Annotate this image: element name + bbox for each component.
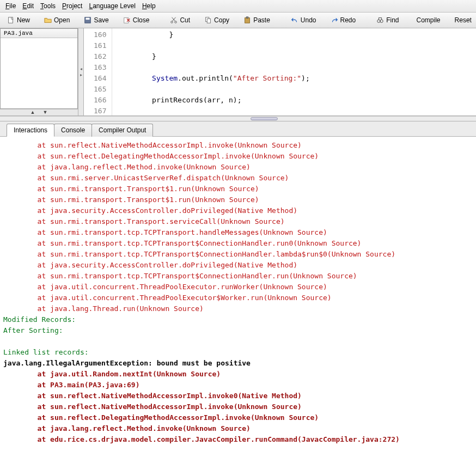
console-line: Linked list records: (3, 347, 473, 358)
copy-button[interactable]: Copy (200, 14, 233, 26)
undo-button[interactable]: Undo (287, 14, 320, 26)
copy-label: Copy (214, 16, 229, 24)
line-number: 166 (94, 95, 106, 106)
splitter-right-icon: ▸ (80, 72, 82, 77)
triangle-down-icon[interactable]: ▼ (43, 109, 48, 115)
bottom-panel: Interactions Console Compiler Output at … (0, 121, 476, 451)
menu-bar: File Edit Tools Project Language Level H… (0, 0, 476, 13)
console-line: at java.lang.reflect.Method.invoke(Unkno… (3, 162, 473, 173)
console-line: at sun.reflect.DelegatingMethodAccessorI… (3, 151, 473, 162)
save-label: Save (94, 16, 108, 24)
code-line[interactable] (118, 40, 309, 51)
svg-point-4 (171, 21, 173, 23)
menu-language-level[interactable]: Language Level (86, 1, 138, 11)
menu-edit[interactable]: Edit (19, 1, 37, 11)
cut-button[interactable]: Cut (166, 14, 194, 26)
close-button[interactable]: Close (119, 14, 154, 26)
console-line: at sun.rmi.server.UnicastServerRef.dispa… (3, 173, 473, 184)
binoculars-icon (376, 16, 384, 24)
console-line: Modified Records: (3, 314, 473, 325)
console-line: at sun.reflect.DelegatingMethodAccessorI… (3, 412, 473, 423)
find-button[interactable]: Find (373, 14, 402, 26)
code-line[interactable] (118, 106, 309, 115)
code-line[interactable] (118, 62, 309, 73)
svg-rect-7 (207, 19, 210, 23)
menu-tools[interactable]: Tools (37, 1, 59, 11)
save-disk-icon (84, 16, 91, 24)
console-line: at java.util.Random.nextInt(Unknown Sour… (3, 369, 473, 380)
scissors-icon (170, 16, 178, 24)
compile-button[interactable]: Compile (413, 14, 444, 26)
scroll-thumb[interactable] (251, 117, 278, 120)
console-line: at java.util.concurrent.ThreadPoolExecut… (3, 292, 473, 303)
interactions-output[interactable]: at sun.reflect.NativeMethodAccessorImpl.… (0, 137, 476, 451)
close-x-icon (123, 16, 131, 24)
code-editor[interactable]: 160161162163164165166167 } } System.out.… (84, 28, 476, 115)
svg-rect-9 (246, 17, 248, 19)
svg-point-5 (175, 21, 177, 23)
file-panel: PA3.java ▲ ▼ (0, 28, 78, 115)
open-label: Open (54, 16, 70, 24)
new-label: New (17, 16, 30, 24)
editor-area: PA3.java ▲ ▼ ◂ ▸ 16016116216316416516616… (0, 28, 476, 116)
find-label: Find (386, 16, 399, 24)
svg-point-11 (380, 20, 383, 22)
code-body[interactable]: } } System.out.println("After Sorting:")… (112, 28, 315, 115)
code-line[interactable]: } (118, 29, 309, 40)
paste-label: Paste (253, 16, 270, 24)
code-line[interactable]: System.out.println("After Sorting:"); (118, 73, 309, 84)
svg-rect-8 (245, 18, 250, 23)
console-line: at sun.rmi.transport.Transport$1.run(Unk… (3, 184, 473, 194)
tab-interactions[interactable]: Interactions (7, 124, 54, 137)
triangle-up-icon[interactable]: ▲ (30, 109, 35, 115)
reset-label: Reset (455, 16, 472, 24)
undo-icon (291, 16, 298, 24)
tab-compiler-output[interactable]: Compiler Output (91, 124, 153, 137)
code-line[interactable] (118, 84, 309, 95)
console-line: at sun.reflect.NativeMethodAccessorImpl.… (3, 401, 473, 412)
redo-label: Redo (340, 16, 356, 24)
save-button[interactable]: Save (80, 14, 112, 26)
line-gutter: 160161162163164165166167 (84, 28, 112, 115)
paste-icon (243, 16, 251, 24)
console-line: at sun.reflect.NativeMethodAccessorImpl.… (3, 140, 473, 151)
line-number: 164 (94, 73, 106, 84)
file-panel-footer: ▲ ▼ (0, 109, 78, 115)
open-button[interactable]: Open (40, 14, 74, 26)
svg-rect-0 (9, 17, 13, 23)
console-line: at sun.rmi.transport.tcp.TCPTransport.ha… (3, 227, 473, 238)
line-number: 160 (94, 29, 106, 40)
compile-label: Compile (417, 16, 441, 24)
vertical-splitter[interactable]: ◂ ▸ (78, 28, 84, 115)
console-line: at sun.rmi.transport.Transport$1.run(Unk… (3, 194, 473, 205)
menu-file[interactable]: File (2, 1, 19, 11)
redo-icon (331, 16, 338, 24)
tab-console[interactable]: Console (54, 124, 92, 137)
bottom-tabs: Interactions Console Compiler Output (0, 121, 476, 137)
console-line: at java.util.concurrent.ThreadPoolExecut… (3, 282, 473, 292)
close-label: Close (133, 16, 150, 24)
open-folder-icon (44, 16, 52, 24)
new-button[interactable]: New (3, 14, 34, 26)
console-line: After Sorting: (3, 325, 473, 336)
code-line[interactable]: printRecords(arr, n); (118, 95, 309, 106)
redo-button[interactable]: Redo (327, 14, 360, 26)
file-list[interactable]: PA3.java (0, 28, 78, 109)
horizontal-scrollbar[interactable] (0, 116, 476, 121)
console-line: at java.lang.Thread.run(Unknown Source) (3, 303, 473, 314)
console-line: at sun.rmi.transport.Transport.serviceCa… (3, 216, 473, 227)
undo-label: Undo (301, 16, 316, 24)
line-number: 165 (94, 84, 106, 95)
code-line[interactable]: } (118, 51, 309, 62)
console-line: at sun.rmi.transport.tcp.TCPTransport$Co… (3, 238, 473, 249)
svg-point-10 (377, 20, 380, 22)
menu-project[interactable]: Project (59, 1, 86, 11)
console-line: at java.security.AccessController.doPriv… (3, 205, 473, 216)
console-line: at edu.rice.cs.drjava.model.compiler.Jav… (3, 434, 473, 445)
paste-button[interactable]: Paste (240, 14, 274, 26)
reset-button[interactable]: Reset (451, 14, 475, 26)
cut-label: Cut (180, 16, 190, 24)
console-line: at java.security.AccessController.doPriv… (3, 260, 473, 271)
file-tab-active[interactable]: PA3.java (1, 29, 77, 38)
menu-help[interactable]: Help (139, 1, 159, 11)
